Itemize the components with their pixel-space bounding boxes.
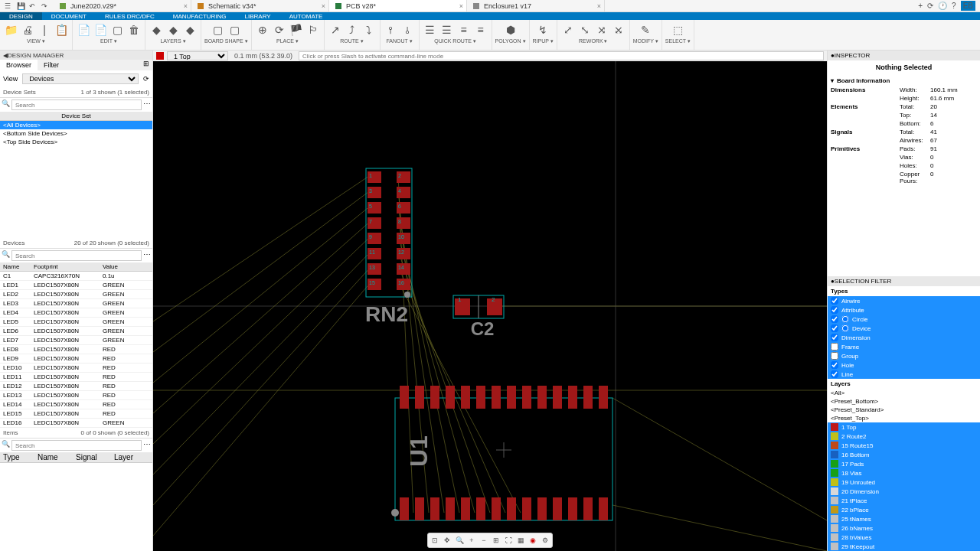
layer-row[interactable]: 19 Unrouted [828,478,980,487]
menu-manufacturing[interactable]: MANUFACTURING [164,12,236,20]
tool-button[interactable]: ⤢ [560,21,576,38]
layer-preset[interactable]: <Preset_Top> [828,414,980,422]
layer-preset[interactable]: <All> [828,389,980,397]
layer-row[interactable]: 18 Vias [828,468,980,478]
close-icon[interactable]: × [322,2,325,10]
tool-button[interactable]: 📄 [93,21,108,38]
items-search[interactable] [11,440,142,451]
tool-button[interactable]: ⫯ [384,21,399,38]
tool-label[interactable]: ROUTE ▾ [340,38,363,45]
tool-button[interactable]: ▢ [210,21,225,38]
tool-label[interactable]: VIEW ▾ [27,38,45,45]
device-set-row[interactable]: <Bottom Side Devices> [0,129,152,138]
tool-button[interactable]: ≡ [473,21,488,38]
filter-item[interactable]: Attribute [828,305,980,315]
settings-icon[interactable]: ⚙ [540,535,550,546]
device-sets-search[interactable] [11,99,142,110]
refresh-icon[interactable]: ⟳ [143,75,149,83]
tool-button[interactable]: | [37,21,52,38]
board-info-header[interactable]: ▾ Board Information [831,76,977,86]
filter-item[interactable]: Device [828,324,980,333]
zoom-icon[interactable]: 🔍 [454,535,465,546]
tool-button[interactable]: ⫰ [400,21,416,38]
tool-button[interactable]: 📋 [54,21,69,38]
tool-button[interactable]: ⤵ [361,21,377,38]
tool-label[interactable]: FANOUT ▾ [386,38,412,45]
tool-label[interactable]: BOARD SHAPE ▾ [204,38,248,45]
device-row[interactable]: LED13LEDC1507X80NRED [0,391,152,400]
user-badge[interactable]: EB [961,1,975,11]
close-icon[interactable]: × [184,2,188,10]
menu-library[interactable]: LIBRARY [236,12,280,20]
tool-label[interactable]: EDIT ▾ [100,38,117,45]
menu-icon[interactable]: ⋯ [143,99,151,110]
close-icon[interactable]: × [597,2,601,10]
menu-document[interactable]: DOCUMENT [42,12,96,20]
device-row[interactable]: LED9LEDC1507X80NRED [0,354,152,364]
layer-row[interactable]: 21 tPlace [828,496,980,505]
file-tab[interactable]: Schematic v34*× [191,0,329,11]
layer-row[interactable]: 28 bValues [828,533,980,542]
tool-button[interactable]: ◆ [182,21,198,38]
tool-button[interactable]: ⊕ [255,21,270,38]
layer-row[interactable]: 22 bPlace [828,505,980,514]
tab-browser[interactable]: Browser [0,60,38,70]
menu-automate[interactable]: AUTOMATE [280,12,332,20]
file-tab[interactable]: June2020.v29*× [54,0,191,11]
menu-icon[interactable]: ⋯ [143,440,151,451]
filter-item[interactable]: Line [828,370,980,379]
device-row[interactable]: LED12LEDC1507X80NRED [0,382,152,391]
tool-button[interactable]: 🏴 [289,21,304,38]
tool-button[interactable]: ⤨ [594,21,609,38]
device-row[interactable]: LED4LEDC1507X80NGREEN [0,308,152,318]
layer-select[interactable]: 1 Top [167,51,228,60]
filter-item[interactable]: Circle [828,315,980,324]
grid-icon[interactable]: ▦ [515,535,526,546]
tool-button[interactable]: ↯ [535,21,550,38]
layer-row[interactable]: 25 tNames [828,514,980,523]
device-row[interactable]: LED5LEDC1507X80NGREEN [0,318,152,327]
display-icon[interactable]: ◉ [528,535,538,546]
layer-preset[interactable]: <Preset_Standard> [828,406,980,414]
tool-button[interactable]: ◆ [165,21,181,38]
zoom-fit-icon[interactable]: ⛶ [503,535,514,546]
undo-icon[interactable]: ↶ [29,2,37,10]
layer-row[interactable]: 1 Top [828,422,980,432]
fit-icon[interactable]: ⊡ [430,535,440,546]
devices-search[interactable] [11,250,142,261]
device-row[interactable]: LED6LEDC1507X80NGREEN [0,327,152,336]
device-row[interactable]: LED11LEDC1507X80NRED [0,373,152,382]
layer-preset[interactable]: <Preset_Bottom> [828,397,980,406]
tool-button[interactable]: ⤡ [577,21,593,38]
notify-icon[interactable]: 🕐 [938,2,947,10]
tool-button[interactable]: ▢ [109,21,125,38]
layer-row[interactable]: 15 Route15 [828,441,980,450]
pcb-canvas[interactable]: 12345678910111213141516 RN2 1 2 C2 U1 [153,61,827,551]
device-row[interactable]: LED10LEDC1507X80NRED [0,364,152,373]
tool-button[interactable]: 🖨 [20,21,35,38]
device-row[interactable]: LED7LEDC1507X80NGREEN [0,336,152,345]
layer-row[interactable]: 17 Pads [828,459,980,468]
device-row[interactable]: C1CAPC3216X70N0.1u [0,272,152,281]
zoom-window-icon[interactable]: ⊞ [491,535,501,546]
view-select[interactable]: Devices [22,73,139,84]
menu-design[interactable]: DESIGN [0,12,42,20]
tool-button[interactable]: 🏳 [305,21,321,38]
device-set-row[interactable]: <All Devices> [0,121,152,129]
command-input[interactable] [299,51,824,60]
tool-button[interactable]: ☰ [439,21,455,38]
layer-chip[interactable]: 1 Top [156,51,228,60]
close-icon[interactable]: × [459,2,463,10]
tool-label[interactable]: LAYERS ▾ [160,38,185,45]
layer-row[interactable]: 26 bNames [828,523,980,533]
tool-button[interactable]: 📁 [3,21,18,38]
tool-label[interactable]: RIPUP ▾ [533,38,554,45]
tool-button[interactable]: ≡ [456,21,472,38]
tool-button[interactable]: ☰ [423,21,438,38]
redo-icon[interactable]: ↷ [41,2,49,10]
tool-button[interactable]: ⟳ [272,21,287,38]
tool-button[interactable]: 📄 [76,21,91,38]
collapse-icon[interactable]: ⊞ [140,60,152,70]
device-row[interactable]: LED16LEDC1507X80NGREEN [0,419,152,428]
sync-icon[interactable]: ⟳ [927,2,933,10]
